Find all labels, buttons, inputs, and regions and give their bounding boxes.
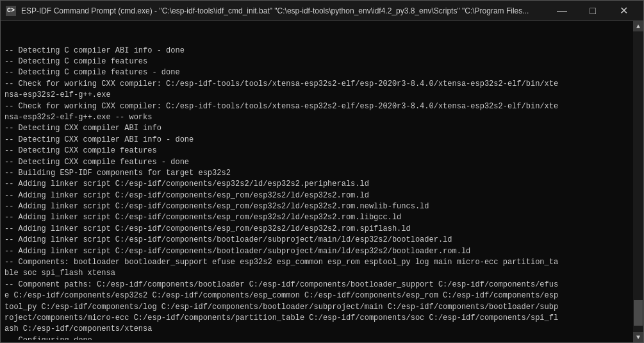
- console-line: -- Component paths: C:/esp-idf/component…: [4, 280, 640, 290]
- console-line: -- Building ESP-IDF components for targe…: [4, 168, 640, 179]
- console-line: -- Check for working CXX compiler: C:/es…: [4, 79, 640, 90]
- console-line: e C:/esp-idf/components/esp32s2 C:/esp-i…: [4, 290, 640, 301]
- console-line: -- Adding linker script C:/esp-idf/compo…: [4, 246, 640, 257]
- close-button[interactable]: ✕: [609, 1, 638, 21]
- title-bar: C> ESP-IDF Command Prompt (cmd.exe) - "C…: [1, 1, 643, 21]
- console-line: -- Adding linker script C:/esp-idf/compo…: [4, 179, 640, 190]
- main-window: C> ESP-IDF Command Prompt (cmd.exe) - "C…: [0, 0, 644, 343]
- console-line: -- Components: bootloader bootloader_sup…: [4, 257, 640, 268]
- console-line: -- Adding linker script C:/esp-idf/compo…: [4, 235, 640, 246]
- console-body: -- Detecting C compiler ABI info - done-…: [1, 21, 643, 342]
- vertical-scrollbar[interactable]: ▲ ▼: [633, 21, 643, 342]
- console-line: -- Detecting CXX compile features - done: [4, 157, 640, 168]
- console-line: tool_py C:/esp-idf/components/log C:/esp…: [4, 302, 640, 313]
- console-line: ble soc spi_flash xtensa: [4, 268, 640, 279]
- console-line: -- Configuring done: [4, 335, 640, 340]
- minimize-button[interactable]: —: [547, 1, 577, 21]
- maximize-button[interactable]: □: [578, 1, 607, 21]
- console-line: roject/components/micro-ecc C:/esp-idf/c…: [4, 313, 640, 324]
- window-icon: C>: [6, 6, 16, 16]
- console-line: ash C:/esp-idf/components/xtensa: [4, 324, 640, 335]
- console-line: -- Detecting CXX compiler ABI info: [4, 123, 640, 134]
- console-line: -- Detecting C compile features: [4, 56, 640, 67]
- console-output: -- Detecting C compiler ABI info - done-…: [4, 24, 640, 340]
- console-line: -- Detecting CXX compiler ABI info - don…: [4, 135, 640, 146]
- window-controls: — □ ✕: [547, 1, 638, 21]
- console-line: -- Detecting CXX compile features: [4, 146, 640, 156]
- console-line: -- Adding linker script C:/esp-idf/compo…: [4, 190, 640, 201]
- console-line: nsa-esp32s2-elf-g++.exe: [4, 90, 640, 101]
- console-line: -- Adding linker script C:/esp-idf/compo…: [4, 212, 640, 223]
- scrollbar-thumb[interactable]: [634, 300, 643, 326]
- console-line: nsa-esp32s2-elf-g++.exe -- works: [4, 112, 640, 123]
- console-line: -- Adding linker script C:/esp-idf/compo…: [4, 224, 640, 235]
- scrollbar-track[interactable]: [633, 31, 643, 332]
- console-line: -- Detecting C compile features - done: [4, 67, 640, 78]
- console-line: -- Adding linker script C:/esp-idf/compo…: [4, 201, 640, 212]
- window-title: ESP-IDF Command Prompt (cmd.exe) - "C:\e…: [21, 6, 547, 15]
- scroll-down-button[interactable]: ▼: [633, 332, 643, 342]
- console-line: -- Check for working CXX compiler: C:/es…: [4, 101, 640, 112]
- console-line: -- Detecting C compiler ABI info - done: [4, 46, 640, 56]
- scroll-up-button[interactable]: ▲: [633, 21, 643, 31]
